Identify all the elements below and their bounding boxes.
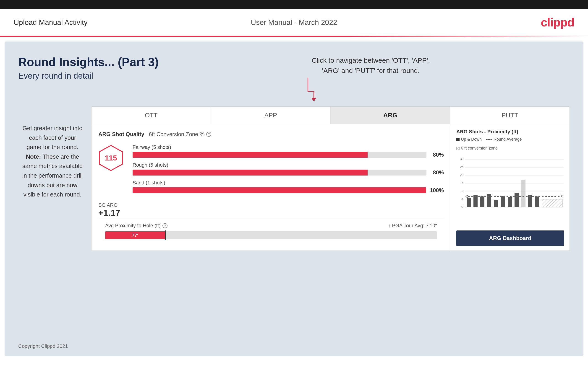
proximity-help-icon[interactable]: ? — [163, 223, 167, 228]
nav-arrow — [301, 78, 319, 102]
desc-line5: same metrics available — [22, 163, 83, 169]
chart-legend: Up & Down Round Average 6 ft conversion … — [456, 137, 564, 151]
description-box: Get greater insight into each facet of y… — [18, 124, 87, 200]
svg-rect-23 — [494, 200, 498, 207]
nav-hint-line1: Click to navigate between 'OTT', 'APP', — [312, 57, 430, 64]
arg-dashboard-button[interactable]: ARG Dashboard — [456, 230, 564, 246]
fairway-bar-fill — [133, 152, 368, 158]
clippd-logo: clippd — [541, 16, 574, 29]
fairway-bar-track — [133, 152, 426, 158]
svg-rect-22 — [487, 194, 491, 207]
footer: Copyright Clippd 2021 — [18, 343, 68, 349]
sand-pct: 100% — [430, 187, 444, 193]
svg-rect-27 — [521, 180, 526, 207]
svg-text:20: 20 — [460, 173, 464, 177]
round-insights-widget: OTT APP ARG PUTT ARG Shot Quality 6ft Co… — [91, 107, 570, 251]
rough-bar-fill — [133, 170, 368, 175]
tabs-row: OTT APP ARG PUTT — [92, 107, 570, 124]
proximity-pga: ↑ PGA Tour Avg: 7'10" — [388, 223, 437, 229]
proximity-header: Avg Proximity to Hole (ft) ? ↑ PGA Tour … — [105, 223, 437, 229]
desc-note: Note: — [26, 153, 41, 160]
top-bar — [0, 0, 588, 9]
rough-bar-item: Rough (5 shots) 80% — [133, 162, 444, 176]
nav-hint: Click to navigate between 'OTT', 'APP', … — [312, 55, 430, 76]
tab-putt[interactable]: PUTT — [450, 107, 570, 124]
bar-chart: 0 5 10 15 20 25 30 — [456, 154, 566, 209]
svg-rect-29 — [535, 197, 539, 207]
proximity-bar-value: 77' — [132, 233, 138, 238]
legend-square-icon — [456, 138, 459, 141]
svg-marker-33 — [465, 195, 469, 198]
svg-text:25: 25 — [460, 165, 464, 169]
page-title: Round Insights... (Part 3) — [18, 55, 570, 69]
left-panel: ARG Shot Quality 6ft Conversion Zone % ?… — [92, 124, 451, 250]
hex-area: 115 Fairway (5 shots) 80% — [98, 144, 444, 198]
widget-body: ARG Shot Quality 6ft Conversion Zone % ?… — [92, 124, 570, 250]
sand-bar-fill — [133, 187, 426, 193]
svg-marker-3 — [311, 98, 316, 101]
svg-text:5: 5 — [461, 197, 463, 200]
sg-label: SG ARG — [98, 202, 444, 208]
proximity-label: Avg Proximity to Hole (ft) ? — [105, 223, 167, 229]
rough-label: Rough (5 shots) — [133, 162, 444, 168]
svg-text:8: 8 — [561, 194, 563, 198]
chart-header: ARG Shots - Proximity (ft) Up & Down Rou… — [456, 129, 564, 151]
desc-line4: These are the — [41, 153, 79, 160]
shot-quality-label: ARG Shot Quality — [98, 131, 144, 137]
upload-manual-label: Upload Manual Activity — [14, 18, 88, 27]
sg-value: +1.17 — [98, 208, 444, 218]
desc-line7: downs but are now — [28, 182, 77, 189]
conversion-label: 6ft Conversion Zone % ? — [149, 131, 211, 137]
chart-title: ARG Shots - Proximity (ft) — [456, 129, 518, 135]
legend-up-down: Up & Down — [456, 137, 482, 142]
svg-text:30: 30 — [460, 157, 464, 161]
legend-conversion-zone: 6 ft conversion zone — [456, 146, 498, 151]
svg-text:15: 15 — [460, 181, 464, 185]
panel-header: ARG Shot Quality 6ft Conversion Zone % ? — [98, 131, 444, 137]
tab-arg[interactable]: ARG — [331, 107, 450, 124]
fairway-pct: 80% — [430, 152, 444, 158]
chart-area: 0 5 10 15 20 25 30 — [456, 154, 564, 227]
sand-label: Sand (1 shots) — [133, 180, 444, 186]
legend-round-avg: Round Average — [486, 137, 522, 142]
desc-line8: visible for each round. — [24, 191, 81, 198]
sg-area: SG ARG +1.17 — [98, 202, 444, 218]
svg-rect-19 — [467, 198, 471, 207]
svg-rect-28 — [528, 195, 532, 207]
sand-bar-track — [133, 187, 426, 193]
fairway-bar-item: Fairway (5 shots) 80% — [133, 144, 444, 158]
proximity-cursor — [165, 230, 166, 240]
svg-rect-25 — [508, 197, 512, 207]
tab-ott[interactable]: OTT — [92, 107, 211, 124]
header: Upload Manual Activity User Manual - Mar… — [0, 9, 588, 36]
user-manual-label: User Manual - March 2022 — [251, 18, 337, 27]
nav-hint-line2: 'ARG' and 'PUTT' for that round. — [322, 67, 420, 74]
rough-bar-track — [133, 170, 426, 175]
fairway-label: Fairway (5 shots) — [133, 144, 444, 150]
conversion-help-icon[interactable]: ? — [206, 132, 211, 137]
page-subtitle: Every round in detail — [18, 71, 570, 81]
hexagon-badge: 115 — [98, 144, 123, 172]
svg-rect-20 — [474, 195, 477, 207]
svg-text:0: 0 — [461, 205, 463, 209]
desc-line1: Get greater insight into — [22, 125, 82, 132]
hex-value: 115 — [105, 154, 117, 162]
svg-rect-21 — [480, 197, 484, 207]
proximity-section: Avg Proximity to Hole (ft) ? ↑ PGA Tour … — [98, 218, 444, 244]
svg-rect-24 — [501, 196, 505, 207]
desc-line6: in the performance drill — [22, 172, 83, 179]
sand-bar-item: Sand (1 shots) 100% — [133, 180, 444, 193]
legend-dashed-icon — [486, 139, 492, 140]
tab-app[interactable]: APP — [211, 107, 331, 124]
header-accent — [0, 36, 588, 37]
svg-rect-31 — [542, 199, 562, 207]
svg-rect-26 — [515, 193, 519, 207]
rough-pct: 80% — [430, 169, 444, 176]
desc-line2: each facet of your — [29, 134, 76, 141]
copyright-label: Copyright Clippd 2021 — [18, 343, 68, 349]
proximity-bar-fill: 77' — [105, 231, 165, 239]
legend-hatch-icon — [456, 147, 459, 150]
proximity-bar-track: 77' — [105, 231, 437, 239]
bars-section: Fairway (5 shots) 80% Rough (5 shots) — [133, 144, 444, 198]
main-content: Round Insights... (Part 3) Every round i… — [5, 42, 583, 356]
